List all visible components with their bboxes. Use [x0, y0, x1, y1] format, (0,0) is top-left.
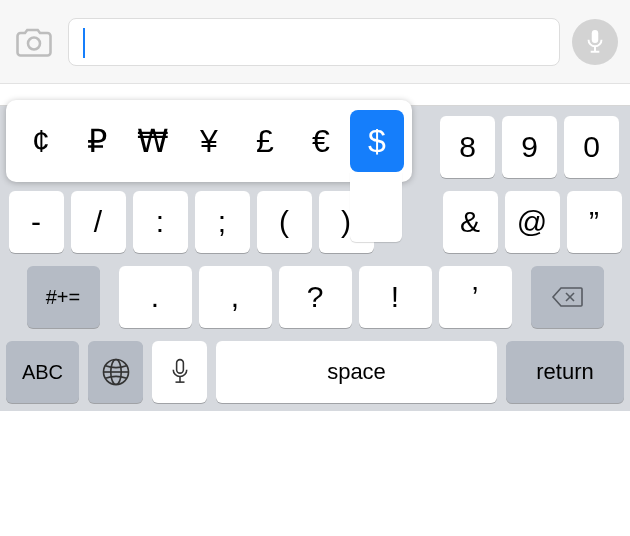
- key-8[interactable]: 8: [440, 116, 495, 178]
- camera-icon[interactable]: [12, 24, 56, 60]
- svg-rect-9: [176, 360, 183, 374]
- key-symbols[interactable]: #+=: [27, 266, 100, 328]
- svg-rect-1: [592, 30, 599, 43]
- svg-point-0: [28, 37, 40, 49]
- microphone-icon: [171, 358, 189, 386]
- popup-option-pound[interactable]: £: [238, 110, 292, 172]
- key-quote[interactable]: ”: [567, 191, 622, 253]
- key-exclaim[interactable]: !: [359, 266, 432, 328]
- key-0[interactable]: 0: [564, 116, 619, 178]
- key-dash[interactable]: -: [9, 191, 64, 253]
- key-slash[interactable]: /: [71, 191, 126, 253]
- key-apostrophe[interactable]: ’: [439, 266, 512, 328]
- keyboard-row-3: #+= . , ? ! ’: [6, 266, 624, 328]
- popup-option-euro[interactable]: €: [294, 110, 348, 172]
- popup-option-dollar[interactable]: $: [350, 110, 404, 172]
- key-backspace[interactable]: [531, 266, 604, 328]
- key-semicolon[interactable]: ;: [195, 191, 250, 253]
- key-return[interactable]: return: [506, 341, 624, 403]
- input-toolbar: [0, 0, 630, 84]
- key-abc[interactable]: ABC: [6, 341, 79, 403]
- currency-popup: ¢ ₽ ₩ ¥ £ € $: [6, 100, 412, 182]
- key-period[interactable]: .: [119, 266, 192, 328]
- key-at[interactable]: @: [505, 191, 560, 253]
- key-globe[interactable]: [88, 341, 143, 403]
- key-dictate[interactable]: [152, 341, 207, 403]
- key-space[interactable]: space: [216, 341, 497, 403]
- backspace-icon: [551, 285, 583, 309]
- keyboard-row-4: ABC space return: [6, 341, 624, 403]
- popup-option-won[interactable]: ₩: [126, 110, 180, 172]
- key-amp[interactable]: &: [443, 191, 498, 253]
- text-input[interactable]: [68, 18, 560, 66]
- key-question[interactable]: ?: [279, 266, 352, 328]
- popup-option-cent[interactable]: ¢: [14, 110, 68, 172]
- keyboard-row-2: - / : ; ( ) $ & @ ”: [6, 191, 624, 253]
- key-colon[interactable]: :: [133, 191, 188, 253]
- popup-option-ruble[interactable]: ₽: [70, 110, 124, 172]
- key-paren-open[interactable]: (: [257, 191, 312, 253]
- popup-option-yen[interactable]: ¥: [182, 110, 236, 172]
- globe-icon: [101, 357, 131, 387]
- key-comma[interactable]: ,: [199, 266, 272, 328]
- key-9[interactable]: 9: [502, 116, 557, 178]
- text-cursor: [83, 28, 85, 58]
- dictation-button[interactable]: [572, 19, 618, 65]
